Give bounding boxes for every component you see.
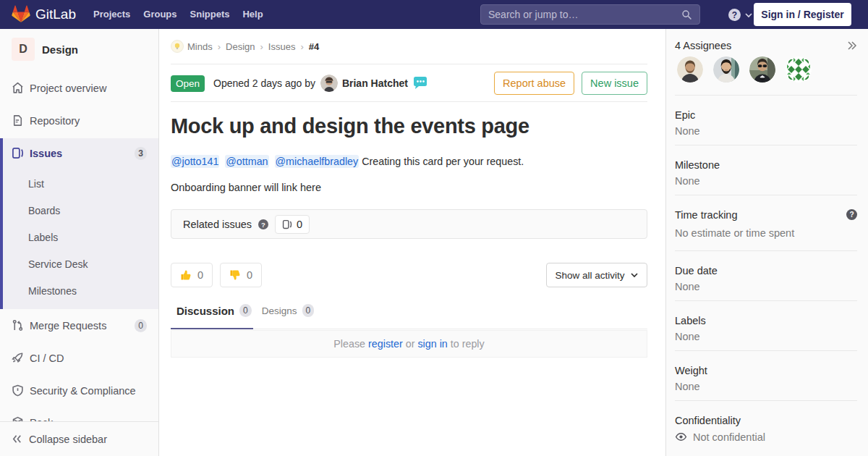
svg-text:?: ? xyxy=(732,10,737,20)
svg-text:?: ? xyxy=(261,220,265,228)
svg-text:?: ? xyxy=(849,211,854,219)
